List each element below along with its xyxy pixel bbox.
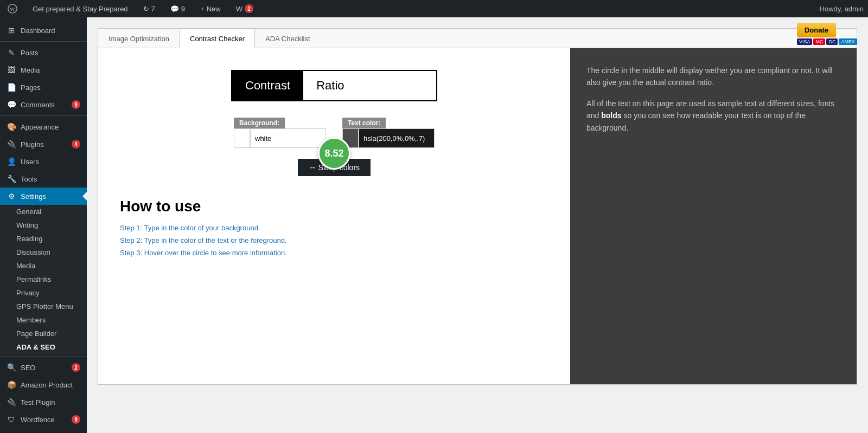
site-name-item[interactable]: Get prepared & Stay Prepared: [29, 0, 131, 17]
discover-badge: DC: [826, 38, 838, 45]
settings-icon: ⚙: [7, 192, 16, 201]
submenu-writing[interactable]: Writing: [0, 218, 87, 232]
sidebar-label-users: Users: [21, 158, 39, 166]
contrast-area: Contrast Ratio Background:: [98, 48, 857, 384]
sidebar-item-amazon[interactable]: 📦 Amazon Product: [0, 376, 87, 393]
background-input[interactable]: [250, 128, 326, 148]
sidebar-label-amazon: Amazon Product: [21, 381, 73, 389]
submenu-discussion[interactable]: Discussion: [0, 245, 87, 259]
settings-submenu: General Writing Reading Discussion Media…: [0, 205, 87, 354]
sidebar-item-dashboard[interactable]: ⊞ Dashboard: [0, 22, 87, 39]
sidebar-item-settings[interactable]: ⚙ Settings: [0, 188, 87, 205]
ratio-circle: 8.52: [318, 137, 350, 170]
contrast-ratio-box: Contrast Ratio: [231, 70, 437, 101]
color-inputs-row: Background: 8.52 Text color:: [204, 118, 464, 148]
text-color-input[interactable]: [359, 128, 435, 148]
media-icon: 🖼: [7, 66, 16, 74]
woo-item[interactable]: W 2: [233, 0, 257, 17]
text-color-group: Text color:: [342, 118, 435, 148]
sidebar-item-pages[interactable]: 📄 Pages: [0, 79, 87, 96]
updates-item[interactable]: ↻ 7: [140, 0, 158, 17]
sidebar-label-comments: Comments: [21, 101, 55, 109]
submenu-media[interactable]: Media: [0, 259, 87, 273]
comments-item[interactable]: 💬 9: [167, 0, 188, 17]
sidebar-label-test-plugin: Test Plugin: [21, 398, 55, 406]
woo-icon: W: [236, 5, 242, 13]
ratio-value: 8.52: [324, 148, 343, 159]
sidebar-item-comments[interactable]: 💬 Comments 9: [0, 96, 87, 113]
sidebar-label-appearance: Appearance: [21, 123, 59, 131]
text-color-input-wrap: [342, 128, 435, 148]
tab-image-optimization[interactable]: Image Optimization: [98, 29, 180, 48]
main-content: Donate VISA MC DC AMEX Image Optimizatio…: [87, 17, 868, 433]
submenu-page-builder[interactable]: Page Builder: [0, 327, 87, 340]
comments-menu-icon: 💬: [7, 100, 16, 109]
mastercard-badge: MC: [813, 38, 825, 45]
sidebar-label-settings: Settings: [21, 192, 46, 201]
how-to-use-heading: How to use: [120, 198, 287, 215]
tab-ada-checklist[interactable]: ADA Checklist: [255, 29, 320, 48]
submenu-gps-plotter[interactable]: GPS Plotter Menu: [0, 300, 87, 313]
plugins-badge: 4: [72, 140, 80, 148]
donate-area: Donate VISA MC DC AMEX: [797, 23, 857, 45]
right-panel: The circle in the middle will display we…: [570, 48, 857, 384]
right-panel-text2: All of the text on this page are used as…: [586, 98, 840, 134]
sidebar-item-users[interactable]: 👤 Users: [0, 153, 87, 170]
sidebar-item-plugins[interactable]: 🔌 Plugins 4: [0, 135, 87, 153]
submenu-general[interactable]: General: [0, 205, 87, 218]
sidebar-label-plugins: Plugins: [21, 140, 44, 148]
sidebar-item-seo[interactable]: 🔍 SEO 2: [0, 359, 87, 376]
wordfence-badge: 9: [72, 415, 80, 424]
seo-badge: 2: [72, 363, 80, 372]
submenu-privacy[interactable]: Privacy: [0, 286, 87, 300]
text-color-label: Text color:: [342, 118, 386, 128]
sidebar-label-posts: Posts: [21, 49, 39, 57]
comments-count: 9: [181, 5, 185, 13]
comments-menu-badge: 9: [72, 100, 80, 109]
background-input-wrap: [234, 128, 326, 148]
tab-contrast-checker[interactable]: Contrast Checker: [180, 29, 255, 48]
submenu-members[interactable]: Members: [0, 313, 87, 327]
users-icon: 👤: [7, 157, 16, 166]
sidebar-item-test-plugin[interactable]: 🔌 Test Plugin: [0, 393, 87, 411]
submenu-reading[interactable]: Reading: [0, 232, 87, 245]
step-1: Step 1: Type in the color of your backgr…: [120, 224, 287, 232]
sidebar-label-media: Media: [21, 66, 40, 74]
new-label: New: [207, 5, 221, 13]
left-panel: Contrast Ratio Background:: [98, 48, 570, 384]
ratio-label: Ratio: [303, 71, 357, 100]
step-3: Step 3: Hover over the circle to see mor…: [120, 249, 287, 257]
svg-text:W: W: [10, 7, 15, 12]
background-swatch[interactable]: [234, 128, 250, 148]
background-group: Background:: [234, 118, 326, 148]
visa-badge: VISA: [797, 38, 813, 45]
updates-icon: ↻: [143, 5, 149, 13]
sidebar-item-wordfence[interactable]: 🛡 Wordfence 9: [0, 411, 87, 428]
wp-logo-item[interactable]: W: [4, 0, 21, 17]
amazon-icon: 📦: [7, 380, 16, 389]
amex-badge: AMEX: [839, 38, 857, 45]
sidebar-item-media[interactable]: 🖼 Media: [0, 61, 87, 79]
sidebar-item-tools[interactable]: 🔧 Tools: [0, 170, 87, 188]
plugins-icon: 🔌: [7, 140, 16, 148]
right-panel-text1: The circle in the middle will display we…: [586, 64, 840, 89]
posts-icon: ✎: [7, 48, 16, 57]
sidebar-label-dashboard: Dashboard: [21, 27, 55, 35]
wordfence-icon: 🛡: [7, 415, 16, 424]
appearance-icon: 🎨: [7, 122, 16, 131]
sidebar-label-tools: Tools: [21, 175, 37, 183]
donate-button[interactable]: Donate: [797, 23, 836, 37]
submenu-permalinks[interactable]: Permalinks: [0, 273, 87, 286]
step-2: Step 2: Type in the color of the text or…: [120, 236, 287, 244]
sidebar-item-appearance[interactable]: 🎨 Appearance: [0, 118, 87, 135]
sidebar-item-posts[interactable]: ✎ Posts: [0, 44, 87, 61]
pages-icon: 📄: [7, 83, 16, 92]
new-item[interactable]: + New: [197, 0, 224, 17]
sidebar-label-pages: Pages: [21, 83, 41, 92]
updates-count: 7: [151, 5, 155, 13]
sidebar-label-seo: SEO: [21, 364, 35, 372]
submenu-ada-seo[interactable]: ADA & SEO: [0, 340, 87, 354]
sidebar-label-wordfence: Wordfence: [21, 416, 55, 424]
contrast-label: Contrast: [232, 71, 303, 100]
sidebar: ⊞ Dashboard ✎ Posts 🖼 Media 📄 Pages 💬 Co…: [0, 17, 87, 433]
